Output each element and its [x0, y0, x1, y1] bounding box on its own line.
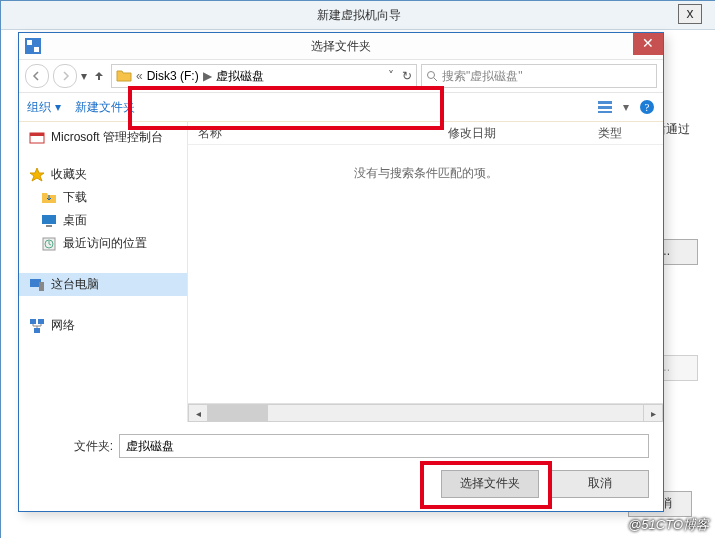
mmc-icon	[29, 130, 45, 146]
sidebar-item-downloads[interactable]: 下载	[19, 186, 187, 209]
sidebar-item-label: 下载	[63, 189, 87, 206]
svg-rect-2	[34, 47, 39, 52]
main-area: Microsoft 管理控制台 收藏夹 下载 桌面 最近访问的位置	[19, 122, 663, 422]
col-name[interactable]: 名称	[188, 125, 438, 142]
new-folder-button[interactable]: 新建文件夹	[75, 99, 135, 116]
svg-line-4	[434, 78, 437, 81]
arrow-left-icon	[32, 71, 42, 81]
sidebar-item-mmc[interactable]: Microsoft 管理控制台	[19, 126, 187, 149]
sidebar: Microsoft 管理控制台 收藏夹 下载 桌面 最近访问的位置	[19, 122, 188, 422]
search-input[interactable]: 搜索"虚拟磁盘"	[421, 64, 657, 88]
scroll-left-button[interactable]: ◂	[188, 404, 208, 422]
crumb-refresh-icon[interactable]: ↻	[402, 69, 412, 83]
scroll-right-button[interactable]: ▸	[643, 404, 663, 422]
sidebar-item-label: Microsoft 管理控制台	[51, 129, 163, 146]
svg-rect-5	[598, 101, 612, 104]
folder-name-input[interactable]	[119, 434, 649, 458]
folder-field-label: 文件夹:	[33, 438, 113, 455]
column-headers[interactable]: 名称 修改日期 类型	[188, 122, 663, 145]
view-options-icon[interactable]	[597, 99, 613, 115]
svg-rect-17	[39, 282, 44, 291]
toolbar: 组织 ▾ 新建文件夹 ▾ ?	[19, 93, 663, 122]
scroll-thumb[interactable]	[208, 405, 268, 421]
svg-point-3	[428, 72, 435, 79]
pc-icon	[29, 277, 45, 293]
dialog-bottom: 文件夹: 选择文件夹 取消	[19, 422, 663, 498]
svg-rect-13	[46, 225, 52, 227]
crumb-sep-1[interactable]: ▶	[203, 69, 212, 83]
desktop-icon	[41, 213, 57, 229]
svg-rect-6	[598, 106, 612, 109]
horizontal-scrollbar[interactable]: ◂ ▸	[188, 403, 663, 422]
address-breadcrumb[interactable]: « Disk3 (F:) ▶ 虚拟磁盘 ˅ ↻	[111, 64, 417, 88]
network-icon	[29, 318, 45, 334]
dialog-app-icon	[25, 38, 41, 54]
svg-rect-12	[42, 215, 56, 224]
arrow-up-icon	[93, 70, 105, 82]
nav-history-dropdown[interactable]: ▾	[81, 69, 87, 83]
search-icon	[426, 70, 438, 82]
col-type[interactable]: 类型	[588, 125, 663, 142]
folder-field-row: 文件夹:	[33, 434, 649, 458]
empty-message: 没有与搜索条件匹配的项。	[188, 145, 663, 403]
crumb-dropdown-icon[interactable]: ˅	[388, 69, 394, 83]
sidebar-item-label: 桌面	[63, 212, 87, 229]
recent-icon	[41, 236, 57, 252]
sidebar-item-label: 这台电脑	[51, 276, 99, 293]
dialog-titlebar: 选择文件夹 ✕	[19, 33, 663, 60]
svg-rect-1	[27, 40, 32, 45]
sidebar-item-recent[interactable]: 最近访问的位置	[19, 232, 187, 255]
col-date[interactable]: 修改日期	[438, 125, 588, 142]
sidebar-item-label: 最近访问的位置	[63, 235, 147, 252]
scroll-track[interactable]	[208, 404, 643, 422]
svg-rect-7	[598, 111, 612, 113]
sidebar-item-label: 网络	[51, 317, 75, 334]
crumb-drive[interactable]: Disk3 (F:)	[147, 69, 199, 83]
search-placeholder: 搜索"虚拟磁盘"	[442, 68, 523, 85]
sidebar-item-favorites[interactable]: 收藏夹	[19, 163, 187, 186]
wizard-close-button[interactable]: x	[678, 4, 702, 24]
svg-rect-18	[30, 319, 36, 324]
nav-back-button[interactable]	[25, 64, 49, 88]
organize-dropdown-icon[interactable]: ▾	[55, 100, 61, 114]
dialog-close-button[interactable]: ✕	[633, 33, 663, 55]
arrow-right-icon	[60, 71, 70, 81]
content-pane: 名称 修改日期 类型 没有与搜索条件匹配的项。 ◂ ▸	[188, 122, 663, 422]
watermark: @51CTO博客	[628, 516, 709, 534]
view-dropdown-icon[interactable]: ▾	[623, 100, 629, 114]
wizard-titlebar: 新建虚拟机向导 x	[1, 1, 715, 30]
sidebar-item-network[interactable]: 网络	[19, 314, 187, 337]
star-icon	[29, 167, 45, 183]
svg-rect-20	[34, 328, 40, 333]
cancel-button[interactable]: 取消	[551, 470, 649, 498]
nav-bar: ▾ « Disk3 (F:) ▶ 虚拟磁盘 ˅ ↻ 搜索"虚拟磁盘"	[19, 60, 663, 93]
svg-rect-11	[30, 133, 44, 136]
folder-picker-dialog: 选择文件夹 ✕ ▾ « Disk3 (F:) ▶ 虚拟磁盘 ˅ ↻	[18, 32, 664, 512]
sidebar-item-label: 收藏夹	[51, 166, 87, 183]
crumb-prefix: «	[136, 69, 143, 83]
crumb-folder[interactable]: 虚拟磁盘	[216, 68, 264, 85]
sidebar-item-this-pc[interactable]: 这台电脑	[19, 273, 187, 296]
folder-icon	[116, 68, 132, 84]
download-folder-icon	[41, 190, 57, 206]
svg-text:?: ?	[645, 101, 650, 113]
svg-rect-19	[38, 319, 44, 324]
sidebar-item-desktop[interactable]: 桌面	[19, 209, 187, 232]
dialog-title: 选择文件夹	[311, 39, 371, 53]
nav-forward-button[interactable]	[53, 64, 77, 88]
dialog-button-row: 选择文件夹 取消	[33, 470, 649, 498]
organize-menu[interactable]: 组织	[27, 99, 51, 116]
help-icon[interactable]: ?	[639, 99, 655, 115]
wizard-title: 新建虚拟机向导	[317, 8, 401, 22]
select-folder-button[interactable]: 选择文件夹	[441, 470, 539, 498]
nav-up-button[interactable]	[91, 68, 107, 84]
